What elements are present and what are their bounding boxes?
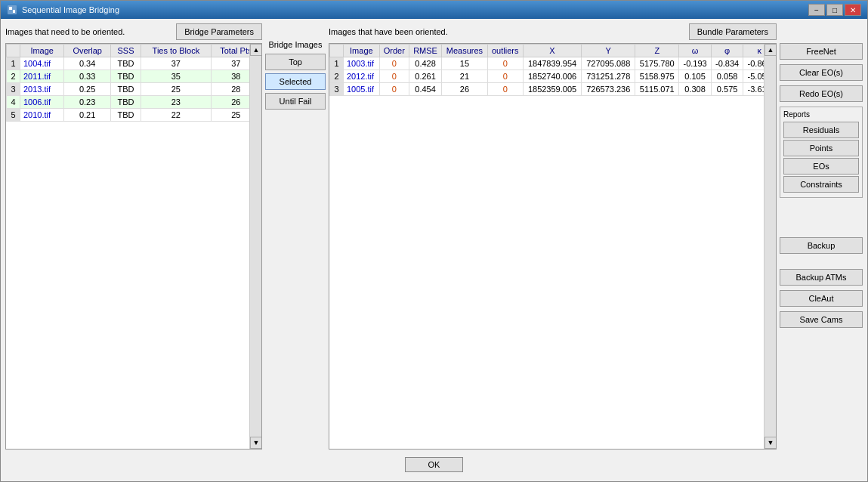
- rcol-image: Image: [344, 45, 380, 57]
- row-measures: 15: [442, 57, 488, 70]
- right-scroll-up[interactable]: ▲: [765, 44, 777, 56]
- rcol-outliers: outliers: [487, 45, 523, 57]
- bridge-until-fail-button[interactable]: Until Fail: [265, 93, 326, 110]
- left-scrollbar[interactable]: ▲ ▼: [249, 44, 261, 449]
- row-x: 1852740.006: [523, 70, 581, 83]
- right-table-row[interactable]: 11003.tif00.4281501847839.954727095.0885…: [330, 57, 776, 70]
- left-panel-title: Images that need to be oriented.: [5, 27, 125, 36]
- right-panel-header: Images that have been oriented. Bundle P…: [329, 23, 777, 40]
- svg-rect-2: [13, 10, 15, 13]
- row-x: 1847839.954: [523, 57, 581, 70]
- clear-eos-button[interactable]: Clear EO(s): [780, 64, 863, 81]
- main-content: Images that need to be oriented. Bridge …: [1, 19, 867, 481]
- title-buttons: − □ ✕: [808, 4, 861, 16]
- backup-atms-button[interactable]: Backup ATMs: [780, 269, 863, 286]
- col-num: [7, 45, 20, 57]
- row-order: 0: [379, 57, 409, 70]
- freenet-button[interactable]: FreeNet: [780, 43, 863, 60]
- row-y: 726573.236: [582, 83, 635, 96]
- left-table-container: Image Overlap SSS Ties to Block Total Pt…: [5, 43, 262, 450]
- right-table-scroll: Image Order RMSE Measures outliers X Y Z…: [329, 44, 776, 449]
- ok-button[interactable]: OK: [405, 457, 464, 472]
- row-sss: TBD: [110, 57, 141, 70]
- right-scrollbar[interactable]: ▲ ▼: [764, 44, 776, 449]
- right-sidebar: FreeNet Clear EO(s) Redo EO(s) Reports R…: [780, 23, 863, 450]
- row-z: 5158.975: [635, 70, 679, 83]
- left-table-row[interactable]: 32013.tif0.25TBD2528: [7, 83, 261, 96]
- top-area: Images that need to be oriented. Bridge …: [5, 23, 863, 450]
- row-x: 1852359.005: [523, 83, 581, 96]
- right-table-row[interactable]: 22012.tif00.2612101852740.006731251.2785…: [330, 70, 776, 83]
- row-ties: 37: [141, 57, 212, 70]
- save-cams-button[interactable]: Save Cams: [780, 311, 863, 328]
- window-title: Sequential Image Bridging: [22, 5, 119, 14]
- bridge-selected-button[interactable]: Selected: [265, 73, 326, 90]
- row-rmse: 0.454: [409, 83, 441, 96]
- row-number: 1: [7, 57, 20, 70]
- left-panel-header: Images that need to be oriented. Bridge …: [5, 23, 262, 40]
- row-omega: 0.105: [679, 70, 712, 83]
- minimize-button[interactable]: −: [808, 4, 825, 16]
- points-button[interactable]: Points: [783, 140, 859, 156]
- row-overlap: 0.25: [64, 83, 111, 96]
- left-table-row[interactable]: 52010.tif0.21TBD2225: [7, 109, 261, 122]
- rcol-num: [330, 45, 344, 57]
- row-ties: 25: [141, 83, 212, 96]
- residuals-button[interactable]: Residuals: [783, 122, 859, 138]
- main-window: Sequential Image Bridging − □ ✕ Images t…: [0, 0, 868, 482]
- row-number: 4: [7, 96, 20, 109]
- redo-eos-button[interactable]: Redo EO(s): [780, 85, 863, 102]
- row-sss: TBD: [110, 109, 141, 122]
- row-number: 2: [7, 70, 20, 83]
- left-table-header: Image Overlap SSS Ties to Block Total Pt…: [7, 45, 261, 57]
- maximize-button[interactable]: □: [826, 4, 843, 16]
- row-phi: 0.575: [711, 83, 743, 96]
- row-phi: 0.058: [711, 70, 743, 83]
- rcol-rmse: RMSE: [409, 45, 441, 57]
- row-overlap: 0.21: [64, 109, 111, 122]
- row-image: 2013.tif: [20, 83, 64, 96]
- close-button[interactable]: ✕: [845, 4, 861, 16]
- rcol-measures: Measures: [442, 45, 488, 57]
- row-sss: TBD: [110, 70, 141, 83]
- left-table-row[interactable]: 22011.tif0.33TBD3538: [7, 70, 261, 83]
- reports-group: Reports Residuals Points EOs Constraints: [780, 107, 863, 198]
- left-table: Image Overlap SSS Ties to Block Total Pt…: [6, 44, 261, 122]
- row-ties: 23: [141, 96, 212, 109]
- row-image: 1003.tif: [344, 57, 380, 70]
- left-scroll-up[interactable]: ▲: [250, 44, 262, 56]
- right-scroll-down[interactable]: ▼: [765, 437, 777, 449]
- title-bar: Sequential Image Bridging − □ ✕: [1, 1, 867, 19]
- row-image: 2010.tif: [20, 109, 64, 122]
- right-panel-title: Images that have been oriented.: [329, 27, 448, 36]
- bundle-parameters-button[interactable]: Bundle Parameters: [689, 23, 777, 40]
- eos-button[interactable]: EOs: [783, 158, 859, 175]
- left-table-scroll: Image Overlap SSS Ties to Block Total Pt…: [6, 44, 261, 449]
- bridge-parameters-button[interactable]: Bridge Parameters: [176, 23, 262, 40]
- left-table-row[interactable]: 11004.tif0.34TBD3737: [7, 57, 261, 70]
- col-sss: SSS: [110, 45, 141, 57]
- row-ties: 22: [141, 109, 212, 122]
- left-table-body: 11004.tif0.34TBD373722011.tif0.33TBD3538…: [7, 57, 261, 122]
- middle-panel: Images that have been oriented. Bundle P…: [329, 23, 777, 450]
- row-omega: -0.193: [679, 57, 712, 70]
- right-table-header: Image Order RMSE Measures outliers X Y Z…: [330, 45, 776, 57]
- right-table-row[interactable]: 31005.tif00.4542601852359.005726573.2365…: [330, 83, 776, 96]
- cleaut-button[interactable]: CleAut: [780, 290, 863, 307]
- rcol-z: Z: [635, 45, 679, 57]
- right-table-container: Image Order RMSE Measures outliers X Y Z…: [329, 43, 777, 450]
- right-table: Image Order RMSE Measures outliers X Y Z…: [329, 44, 776, 96]
- row-overlap: 0.33: [64, 70, 111, 83]
- bridge-top-button[interactable]: Top: [265, 54, 326, 70]
- reports-label: Reports: [783, 110, 859, 119]
- left-table-row[interactable]: 41006.tif0.23TBD2326: [7, 96, 261, 109]
- left-scroll-down[interactable]: ▼: [250, 437, 262, 449]
- title-bar-left: Sequential Image Bridging: [7, 5, 119, 15]
- backup-button[interactable]: Backup: [780, 237, 863, 254]
- constraints-button[interactable]: Constraints: [783, 176, 859, 193]
- row-z: 5175.780: [635, 57, 679, 70]
- row-measures: 21: [442, 70, 488, 83]
- row-measures: 26: [442, 83, 488, 96]
- row-rmse: 0.428: [409, 57, 441, 70]
- row-order: 0: [379, 70, 409, 83]
